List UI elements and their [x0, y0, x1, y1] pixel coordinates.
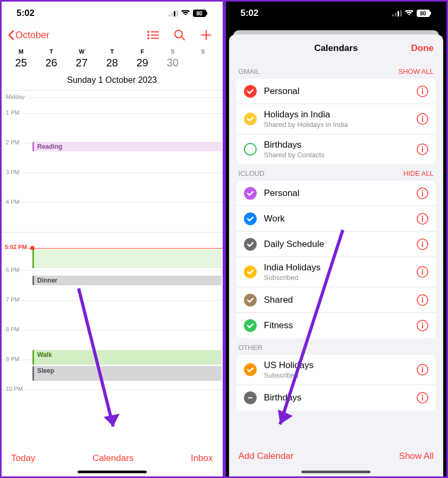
- svg-rect-40: [422, 218, 423, 221]
- event-sleep[interactable]: Sleep: [32, 366, 222, 381]
- svg-point-45: [422, 269, 423, 270]
- svg-rect-3: [176, 10, 178, 16]
- date-cell[interactable]: 29: [127, 57, 157, 69]
- svg-rect-10: [151, 35, 159, 36]
- home-indicator[interactable]: [78, 471, 147, 473]
- dates-row: 25 26 27 28 29 30 1: [2, 57, 223, 72]
- calendars-sheet-view: 5:02 80 Calendars Done GMAIL SHOW ALL Pe…: [224, 0, 449, 478]
- calendar-name: US Holidays: [264, 360, 417, 371]
- info-icon[interactable]: [417, 143, 428, 155]
- event-reading[interactable]: Reading: [32, 142, 222, 151]
- calendar-item[interactable]: Birthdays: [236, 385, 436, 411]
- svg-text:80: 80: [420, 11, 426, 16]
- calendar-name: Holidays in India: [264, 109, 417, 120]
- svg-rect-52: [422, 325, 423, 328]
- svg-rect-46: [422, 271, 423, 275]
- calendar-item[interactable]: Fitness: [236, 313, 436, 338]
- gmail-group: Personal Holidays in India Shared by Hol…: [236, 79, 436, 164]
- date-cell[interactable]: 27: [66, 57, 97, 69]
- icloud-group: Personal Work Daily Schedule India: [236, 181, 436, 338]
- info-icon[interactable]: [417, 213, 428, 225]
- calendar-subtext: Subscribed: [264, 274, 417, 281]
- info-icon[interactable]: [417, 294, 428, 306]
- calendar-item[interactable]: Birthdays Shared by Contacts: [236, 134, 436, 164]
- calendars-button[interactable]: Calendars: [92, 453, 134, 464]
- svg-point-51: [422, 322, 423, 323]
- section-header-icloud: ICLOUD HIDE ALL: [229, 164, 444, 181]
- back-label: October: [15, 30, 49, 41]
- info-icon[interactable]: [417, 266, 428, 278]
- svg-point-48: [422, 297, 423, 298]
- svg-rect-59: [422, 397, 423, 400]
- calendar-item[interactable]: US Holidays Subscribed: [236, 355, 436, 385]
- timeline[interactable]: Midday 1 PM 2 PM 3 PM 4 PM 6 PM 7 PM 8 P…: [2, 91, 223, 419]
- add-icon[interactable]: [200, 29, 212, 41]
- svg-rect-21: [398, 11, 399, 16]
- date-cell[interactable]: 28: [97, 57, 127, 69]
- current-time-block: [32, 249, 222, 268]
- bottom-toolbar: Today Calendars Inbox: [2, 453, 223, 464]
- sheet-toolbar: Add Calendar Show All: [229, 451, 444, 462]
- date-cell-today[interactable]: 1: [188, 57, 218, 69]
- back-button[interactable]: October: [8, 30, 49, 41]
- calendar-name: Birthdays: [264, 392, 417, 403]
- search-icon[interactable]: [174, 29, 185, 41]
- status-time: 5:02: [241, 8, 259, 19]
- svg-rect-12: [151, 38, 159, 39]
- info-icon[interactable]: [417, 187, 428, 199]
- calendar-item[interactable]: India Holidays Subscribed: [236, 257, 436, 287]
- info-icon[interactable]: [417, 238, 428, 250]
- calendar-name: Daily Schedule: [264, 239, 417, 250]
- show-all-button[interactable]: Show All: [399, 451, 434, 462]
- calendar-item[interactable]: Personal: [236, 181, 436, 206]
- list-icon[interactable]: [147, 30, 159, 40]
- calendar-name: Birthdays: [264, 140, 417, 150]
- home-indicator[interactable]: [301, 471, 370, 473]
- calendar-name: India Holidays: [264, 262, 417, 273]
- calendar-item[interactable]: Work: [236, 206, 436, 232]
- other-group: US Holidays Subscribed Birthdays: [236, 355, 436, 411]
- svg-point-39: [422, 216, 423, 217]
- svg-rect-37: [422, 192, 423, 196]
- svg-point-33: [422, 146, 423, 147]
- calendar-item[interactable]: Shared: [236, 287, 436, 313]
- date-cell[interactable]: 30: [157, 57, 188, 69]
- svg-rect-43: [422, 243, 423, 247]
- svg-rect-20: [395, 13, 396, 16]
- add-calendar-button[interactable]: Add Calendar: [239, 451, 294, 462]
- calendar-header: October: [2, 25, 223, 45]
- calendar-subtext: Subscribed: [264, 371, 417, 379]
- weekday-row: M T W T F S S: [2, 45, 223, 57]
- svg-point-11: [147, 37, 149, 39]
- done-button[interactable]: Done: [411, 43, 434, 54]
- svg-line-14: [181, 37, 184, 40]
- inbox-button[interactable]: Inbox: [191, 453, 213, 464]
- calendar-name: Shared: [264, 295, 417, 305]
- calendar-item[interactable]: Personal: [236, 79, 436, 104]
- svg-rect-19: [392, 14, 394, 16]
- today-button[interactable]: Today: [11, 453, 35, 464]
- hide-all-button[interactable]: HIDE ALL: [403, 169, 434, 177]
- info-icon[interactable]: [417, 392, 428, 404]
- status-bar: 5:02 80: [2, 2, 223, 25]
- show-all-button[interactable]: SHOW ALL: [399, 67, 434, 75]
- svg-point-30: [422, 116, 423, 117]
- event-dinner[interactable]: Dinner: [32, 276, 222, 285]
- info-icon[interactable]: [417, 113, 428, 125]
- date-cell[interactable]: 25: [6, 57, 36, 69]
- info-icon[interactable]: [417, 86, 428, 97]
- svg-rect-31: [422, 118, 423, 122]
- calendar-item[interactable]: Holidays in India Shared by Holidays in …: [236, 104, 436, 134]
- svg-rect-28: [422, 90, 423, 94]
- info-icon[interactable]: [417, 364, 428, 375]
- calendar-subtext: Shared by Contacts: [264, 151, 417, 159]
- svg-rect-24: [430, 12, 431, 15]
- calendar-subtext: Shared by Holidays in India: [264, 121, 417, 129]
- info-icon[interactable]: [417, 320, 428, 331]
- calendar-name: Fitness: [264, 320, 417, 331]
- event-walk[interactable]: Walk: [32, 350, 222, 365]
- calendars-sheet: Calendars Done GMAIL SHOW ALL Personal H…: [229, 35, 444, 476]
- sheet-header: Calendars Done: [229, 35, 444, 62]
- calendar-item[interactable]: Daily Schedule: [236, 232, 436, 257]
- date-cell[interactable]: 26: [36, 57, 66, 69]
